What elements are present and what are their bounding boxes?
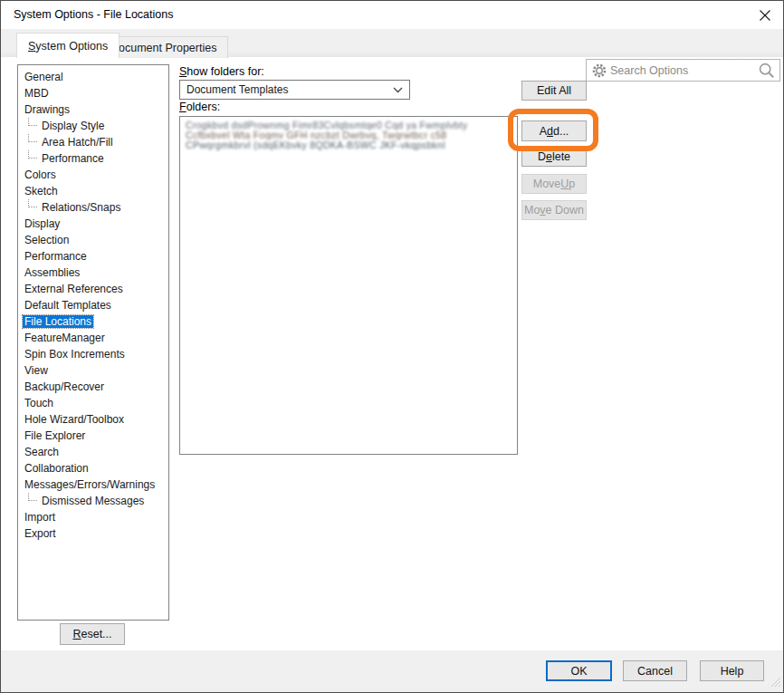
tree-branch-icon [28, 150, 37, 159]
folders-label: Folders: [179, 101, 220, 113]
sidebar-item-selection[interactable]: Selection [18, 232, 168, 248]
sidebar-item-label: Dismissed Messages [40, 495, 146, 507]
sidebar-item-colors[interactable]: Colors [18, 167, 168, 183]
sidebar-item-mbd[interactable]: MBD [18, 85, 168, 101]
sidebar-item-label: Performance [23, 250, 89, 263]
system-options-dialog: System Options - File Locations System O… [0, 0, 784, 693]
sidebar-item-label: Drawings [23, 103, 72, 116]
sidebar-item-area-hatch-fill[interactable]: Area Hatch/Fill [18, 134, 168, 150]
sidebar-item-label: Area Hatch/Fill [40, 136, 115, 149]
sidebar-item-sketch[interactable]: Sketch [18, 183, 168, 199]
tree-branch-icon [28, 134, 37, 142]
move-down-button: Move Down [521, 200, 587, 220]
close-x-glyph [759, 9, 771, 22]
sidebar-item-label: Search [23, 446, 61, 458]
tab-label: System Options [28, 40, 108, 53]
sidebar-item-label: Assemblies [23, 266, 81, 279]
folders-list[interactable]: Crogkbvd dsdPrownmg Fimr83Cvlqbsmtqe0 Cq… [179, 116, 518, 455]
sidebar-item-label: External References [23, 283, 125, 295]
resize-grip[interactable] [770, 676, 781, 690]
sidebar-item-relations-snaps[interactable]: Relations/Snaps [18, 199, 168, 216]
sidebar-item-label: Touch [23, 397, 55, 409]
sidebar-item-label: Selection [23, 234, 71, 246]
sidebar-item-drawings[interactable]: Drawings [18, 101, 168, 118]
show-folders-label: Show folders for: [179, 65, 264, 78]
add-button[interactable]: Add... [521, 120, 587, 141]
sidebar-item-label: Hole Wizard/Toolbox [23, 413, 126, 426]
sidebar-item-label: Backup/Recover [23, 380, 106, 393]
sidebar-item-label: Spin Box Increments [23, 348, 127, 361]
sidebar-item-general[interactable]: General [18, 69, 168, 85]
move-up-button: Move Up [521, 174, 587, 194]
sidebar-item-label: Import [23, 511, 57, 524]
tree-branch-icon [28, 493, 37, 501]
sidebar-item-backup-recover[interactable]: Backup/Recover [18, 379, 168, 395]
sidebar-item-label: Display Style [40, 120, 106, 132]
sidebar-item-label: Messages/Errors/Warnings [23, 478, 157, 491]
close-icon[interactable] [755, 5, 775, 25]
sidebar-item-spin-box-increments[interactable]: Spin Box Increments [18, 346, 168, 362]
sidebar-item-label: Collaboration [23, 462, 91, 475]
help-button[interactable]: Help [700, 660, 764, 681]
show-folders-dropdown[interactable]: Document Templates [179, 80, 410, 100]
sidebar-item-display[interactable]: Display [18, 216, 168, 232]
sidebar-item-external-references[interactable]: External References [18, 281, 168, 297]
sidebar-item-label: General [23, 71, 65, 83]
cancel-button[interactable]: Cancel [623, 660, 687, 681]
tree-branch-icon [28, 118, 37, 126]
titlebar: System Options - File Locations [1, 1, 783, 29]
sidebar-item-file-locations[interactable]: File Locations [18, 313, 168, 330]
sidebar-item-label: Sketch [23, 185, 60, 197]
sidebar-item-performance[interactable]: Performance [18, 150, 168, 167]
sidebar-item-label: Colors [23, 168, 58, 181]
sidebar-item-performance[interactable]: Performance [18, 248, 168, 265]
tabstrip: System Options Document Properties [1, 29, 783, 57]
sidebar-item-display-style[interactable]: Display Style [18, 118, 168, 134]
sidebar-item-export[interactable]: Export [18, 525, 168, 542]
sidebar-item-assemblies[interactable]: Assemblies [18, 265, 168, 281]
sidebar-item-touch[interactable]: Touch [18, 395, 168, 411]
tree-branch-icon [28, 199, 37, 207]
tab-label: Document Properties [110, 42, 216, 54]
sidebar-item-label: Display [23, 217, 62, 230]
sidebar-item-label: FeatureManager [23, 332, 107, 344]
tab-system-options[interactable]: System Options [16, 33, 120, 58]
sidebar-item-featuremanager[interactable]: FeatureManager [18, 330, 168, 346]
delete-button[interactable]: Delete [521, 147, 587, 167]
sidebar-list: GeneralMBDDrawingsDisplay StyleArea Hatc… [17, 64, 169, 621]
window-title: System Options - File Locations [14, 1, 173, 29]
sidebar-item-file-explorer[interactable]: File Explorer [18, 428, 168, 444]
search-box[interactable] [586, 59, 780, 82]
sidebar-item-label: Relations/Snaps [40, 201, 122, 214]
sidebar-item-label: MBD [23, 87, 51, 100]
sidebar-item-view[interactable]: View [18, 362, 168, 379]
edit-all-button[interactable]: Edit All [521, 81, 587, 101]
sidebar-item-dismissed-messages[interactable]: Dismissed Messages [18, 493, 168, 509]
gear-icon [591, 63, 607, 79]
sidebar-item-default-templates[interactable]: Default Templates [18, 297, 168, 313]
dropdown-value: Document Templates [186, 83, 289, 96]
sidebar-item-label: File Locations [23, 315, 93, 328]
sidebar-item-label: View [23, 364, 50, 377]
folder-path-redacted[interactable]: CPwqrgmkbrvl (sdqEKbvky 8QDKA-BSWC JKF-v… [186, 140, 512, 150]
sidebar-item-messages-errors-warnings[interactable]: Messages/Errors/Warnings [18, 476, 168, 493]
sidebar-item-label: Export [23, 527, 58, 540]
sidebar-item-hole-wizard-toolbox[interactable]: Hole Wizard/Toolbox [18, 411, 168, 428]
sidebar-item-label: File Explorer [23, 429, 87, 442]
resize-grip-icon [770, 676, 781, 688]
sidebar-item-import[interactable]: Import [18, 509, 168, 525]
search-input[interactable] [610, 60, 758, 81]
reset-button[interactable]: Reset... [60, 623, 125, 645]
sidebar-item-label: Performance [40, 152, 106, 165]
ok-button[interactable]: OK [546, 660, 612, 681]
sidebar-item-search[interactable]: Search [18, 444, 168, 460]
search-icon[interactable] [758, 62, 776, 80]
sidebar-item-collaboration[interactable]: Collaboration [18, 460, 168, 476]
sidebar-item-label: Default Templates [23, 299, 113, 312]
chevron-down-icon [393, 87, 403, 93]
